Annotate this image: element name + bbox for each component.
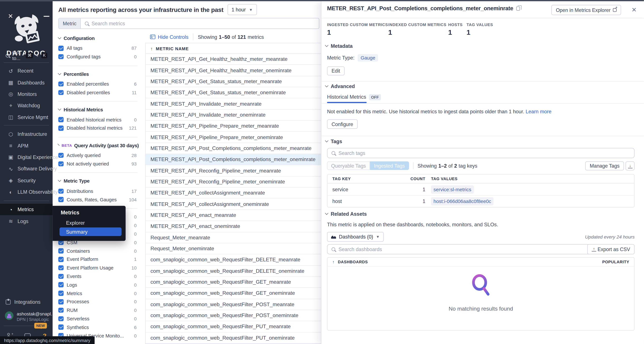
sidebar-nav-item[interactable]: ∿ Software Delivery (0, 163, 53, 175)
checkbox[interactable] (58, 299, 64, 304)
checkbox[interactable] (58, 161, 64, 166)
metric-type-value: Gauge (358, 54, 378, 62)
facet-section-header[interactable]: Historical Metrics (58, 106, 138, 114)
minimize-icon[interactable] (44, 16, 50, 17)
facet-item[interactable]: Synthetics 6 (58, 323, 138, 332)
tab-historical-metrics[interactable]: Historical Metrics (327, 94, 366, 100)
checkbox[interactable] (58, 54, 64, 59)
off-badge: OFF (369, 94, 381, 100)
facet-item[interactable]: Logs 0 (58, 281, 138, 289)
facet-section-header[interactable]: Percentiles (58, 70, 138, 78)
checkbox[interactable] (58, 197, 64, 202)
checkbox[interactable] (58, 308, 64, 313)
time-range-dropdown[interactable]: 1 hour ▼ (228, 4, 256, 15)
tag-values-column-header[interactable]: TAG VALUES (426, 177, 458, 181)
queryable-tags-toggle[interactable]: Queryable Tags (327, 161, 370, 170)
search-icon (6, 54, 10, 57)
sidebar-nav-item[interactable]: ▦ Dashboards (0, 77, 53, 88)
checkbox[interactable] (58, 117, 64, 122)
checkbox[interactable] (58, 248, 64, 253)
facet-item[interactable]: All tags 87 (58, 44, 138, 52)
facet-item[interactable]: Enabled historical metrics 0 (58, 115, 138, 124)
checkbox[interactable] (58, 265, 64, 270)
checkbox[interactable] (58, 81, 64, 86)
sidebar-nav-item[interactable]: ◈ Security (0, 175, 53, 186)
checkbox[interactable] (58, 291, 64, 296)
facet-item[interactable]: Containers 0 (58, 247, 138, 255)
close-panel-icon[interactable]: ✕ (632, 6, 637, 13)
facet-item[interactable]: Configured tags 0 (58, 52, 138, 61)
count-column-header[interactable]: COUNT (409, 177, 426, 181)
configure-button[interactable]: Configure (327, 119, 358, 129)
sidebar-nav-item[interactable]: ⬡ Infrastructure (0, 128, 53, 140)
facet-section-header[interactable]: BETA Query Activity (past 30 days) (58, 141, 138, 149)
facet-item[interactable]: Counts, Rates, Gauges 104 (58, 195, 138, 204)
checkbox[interactable] (58, 316, 64, 321)
facet-item[interactable]: Distributions 17 (58, 187, 138, 195)
dashboards-search-input[interactable]: Search dashboards (327, 244, 597, 255)
hide-controls-button[interactable]: Hide Controls (150, 34, 188, 40)
edit-button[interactable]: Edit (327, 66, 345, 75)
manage-tags-button[interactable]: Manage Tags (585, 161, 624, 170)
advanced-section-header[interactable]: Advanced (326, 84, 355, 89)
sidebar-nav-item[interactable]: ≋ Logs (0, 215, 53, 227)
checkbox[interactable] (58, 325, 64, 330)
tag-key-column-header[interactable]: TAG KEY (328, 177, 409, 181)
related-assets-section-header[interactable]: Related Assets (326, 211, 367, 217)
facet-item[interactable]: Serverless 0 (58, 315, 138, 323)
avatar (5, 311, 14, 320)
sidebar-nav-item[interactable]: ↺ Recent (0, 65, 53, 77)
facet-item[interactable]: Disabled percentiles 11 (58, 88, 138, 97)
nav-icon: ▣ (8, 154, 14, 160)
facet-item[interactable]: Actively queried 28 (58, 151, 138, 160)
facet-item[interactable]: Not actively queried 93 (58, 160, 138, 168)
tag-value-pill[interactable]: service:sl-metrics (431, 185, 474, 193)
goto-search[interactable]: Go to... ⌘ + K (6, 50, 47, 61)
checkbox[interactable] (58, 188, 64, 194)
sidebar-nav-item[interactable]: ◐ LLM Observability (0, 186, 53, 198)
user-menu[interactable]: ashostak@snapl... DPN | SnapLogic (0, 311, 53, 322)
ingested-tags-toggle[interactable]: Ingested Tags (370, 161, 409, 170)
tags-search-input[interactable]: Search tags (327, 148, 634, 158)
nav-icon: ∿ (8, 166, 14, 172)
sidebar-nav-item[interactable]: ◫ Service Mgmt (0, 111, 53, 123)
sidebar-item-integrations[interactable]: Integrations (0, 299, 53, 305)
asset-type-dropdown[interactable]: Dashboards (0) ▼ (327, 232, 384, 242)
open-in-metrics-explorer-button[interactable]: Open in Metrics Explorer (551, 5, 621, 15)
sidebar-nav-item[interactable]: ≡ APM (0, 140, 53, 151)
facet-section-header[interactable]: Configuration (58, 34, 138, 42)
checkbox[interactable] (58, 282, 64, 287)
facet-item[interactable]: Enabled percentiles 6 (58, 80, 138, 88)
facet-item[interactable]: Event Platform Usage 10 (58, 264, 138, 272)
sidebar-nav-item[interactable]: ◎ Monitors (0, 88, 53, 100)
sidebar-nav-item[interactable]: ⌖ Watchdog (0, 100, 53, 111)
tags-section-header[interactable]: Tags (326, 139, 342, 144)
sidebar-nav-item[interactable]: ◔ Metrics (0, 204, 53, 215)
flyout-menu-item[interactable]: Explorer (60, 218, 122, 227)
dashboards-column-header[interactable]: ↑ DASHBOARDS (332, 260, 368, 264)
facet-item[interactable]: Disabled historical metrics 121 (58, 124, 138, 132)
facet-item[interactable]: Metrics 0 (58, 289, 138, 298)
flyout-menu-item[interactable]: Summary (60, 227, 122, 236)
facet-item[interactable]: Event Platform 1 (58, 255, 138, 264)
metric-search-bar[interactable]: Metric Search metrics (58, 18, 320, 29)
metadata-section-header[interactable]: Metadata (326, 43, 353, 49)
checkbox[interactable] (58, 90, 64, 95)
download-tags-button[interactable]: ↓ (626, 161, 634, 170)
checkbox[interactable] (58, 274, 64, 279)
sidebar-nav-item[interactable]: ▣ Digital Experience (0, 151, 53, 163)
facet-item[interactable]: RUM 0 (58, 306, 138, 315)
popularity-column-header[interactable]: POPULARITY (602, 260, 629, 264)
facet-item[interactable]: Events 0 (58, 272, 138, 281)
checkbox[interactable] (58, 46, 64, 51)
checkbox[interactable] (58, 257, 64, 262)
learn-more-link[interactable]: Learn more (526, 109, 551, 115)
checkbox[interactable] (58, 153, 64, 158)
facet-section-header[interactable]: Metric Type (58, 177, 138, 185)
checkbox[interactable] (58, 126, 64, 131)
copy-icon[interactable] (516, 6, 520, 10)
facet-item[interactable]: Processes 0 (58, 298, 138, 306)
export-csv-button[interactable]: ↑ Export as CSV (587, 244, 635, 255)
search-input[interactable]: Search metrics (81, 18, 319, 29)
tag-value-pill[interactable]: host:i-066d06aa8c0f8ee0c (431, 197, 494, 205)
